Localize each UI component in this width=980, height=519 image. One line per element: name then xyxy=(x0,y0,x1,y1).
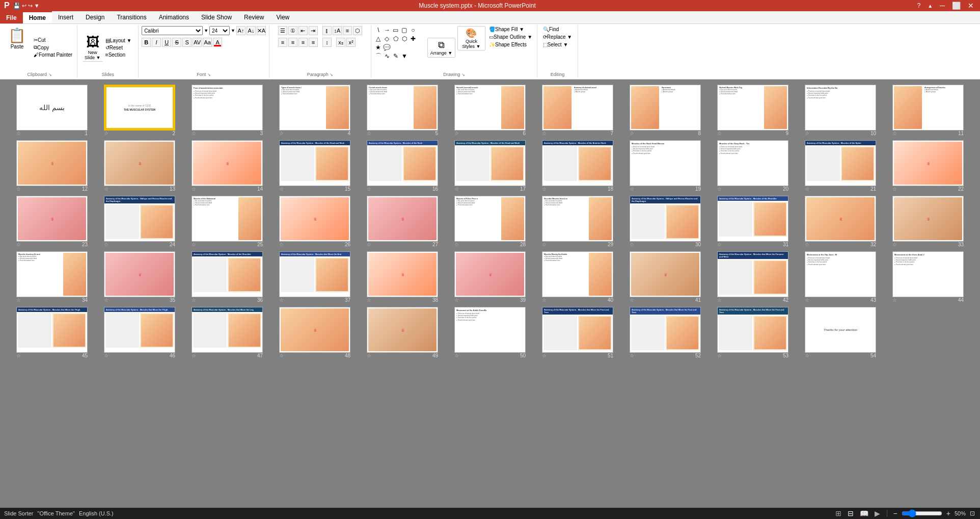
slide-thumb-4[interactable]: Types of muscle tissue / ● Key point abo… xyxy=(279,85,350,131)
center-button[interactable]: ≡ xyxy=(288,38,297,47)
shape-plus[interactable]: ✚ xyxy=(409,35,417,43)
slide-item-35[interactable]: 🫀 ☆ 35 xyxy=(98,251,181,303)
slide-star-52[interactable]: ☆ xyxy=(630,353,634,358)
slide-item-2[interactable]: In the name of GOD THE MUSCULAR SYSTEM ☆… xyxy=(98,85,181,136)
slide-star-20[interactable]: ☆ xyxy=(717,186,722,192)
help-button[interactable]: ? xyxy=(915,2,922,10)
slide-thumb-35[interactable]: 🫀 xyxy=(104,251,175,297)
tab-file[interactable]: File xyxy=(0,11,23,23)
slide-star-53[interactable]: ☆ xyxy=(717,353,722,358)
slide-item-47[interactable]: Anatomy of the Muscular System - Muscles… xyxy=(185,307,269,358)
font-name-select[interactable]: Calibri xyxy=(142,26,203,35)
shape-callout[interactable]: 💬 xyxy=(383,43,391,51)
justify-button[interactable]: ≡ xyxy=(309,38,318,47)
slide-star-51[interactable]: ☆ xyxy=(542,353,547,358)
slide-item-37[interactable]: Anatomy of the Muscular System - Muscles… xyxy=(273,251,357,303)
slide-star-22[interactable]: ☆ xyxy=(892,186,897,192)
slide-item-21[interactable]: Anatomy of the Muscular System - Muscles… xyxy=(799,140,882,192)
slide-thumb-3[interactable]: Four characteristics associate ● Point o… xyxy=(192,85,263,131)
redo-button[interactable]: ↪ xyxy=(28,3,33,9)
arrange-button[interactable]: ⧉ Arrange ▼ xyxy=(427,38,455,58)
shape-effects-button[interactable]: ✨ Shape Effects xyxy=(487,41,534,48)
slide-star-28[interactable]: ☆ xyxy=(454,242,459,247)
shape-star[interactable]: ★ xyxy=(374,43,383,51)
slide-star-5[interactable]: ☆ xyxy=(367,131,371,136)
slide-star-14[interactable]: ☆ xyxy=(192,186,196,192)
reading-view-button[interactable]: 📖 xyxy=(858,509,870,517)
slide-item-19[interactable]: Muscles of the Neck Head Movem ● Point o… xyxy=(623,140,707,192)
slide-thumb-31[interactable]: Anatomy of the Muscular System - Muscles… xyxy=(717,196,788,242)
font-increase-button[interactable]: A↑ xyxy=(236,26,246,35)
decrease-indent-button[interactable]: ⇤ xyxy=(298,26,308,35)
slide-star-24[interactable]: ☆ xyxy=(104,242,108,247)
slide-thumb-20[interactable]: Muscles of the Deep Back - Tru ● Point o… xyxy=(717,140,788,186)
slide-thumb-10[interactable]: Information Revealed By the Na ● Point o… xyxy=(805,85,876,131)
align-text-button[interactable]: ≡ xyxy=(343,26,352,35)
slide-thumb-2[interactable]: In the name of GOD THE MUSCULAR SYSTEM xyxy=(104,85,175,131)
slide-thumb-18[interactable]: Anatomy of the Muscular System - Muscles… xyxy=(542,140,613,186)
tab-insert[interactable]: Insert xyxy=(52,11,79,23)
slide-thumb-46[interactable]: Anatomy of the Muscular System - Muscles… xyxy=(104,307,175,353)
slide-thumb-26[interactable]: 🫀 xyxy=(279,196,350,242)
text-direction-button[interactable]: ↕A xyxy=(333,26,342,35)
shape-arc[interactable]: ⌒ xyxy=(374,52,383,60)
slide-star-7[interactable]: ☆ xyxy=(542,131,547,136)
slide-star-35[interactable]: ☆ xyxy=(104,297,108,303)
slide-item-13[interactable]: 🫀 ☆ 13 xyxy=(98,140,181,192)
slide-thumb-11[interactable]: Arrangement of Fasicles ● Anatomical det… xyxy=(892,85,964,131)
slide-item-48[interactable]: 🫀 ☆ 48 xyxy=(273,307,357,358)
slide-item-53[interactable]: Anatomy of the Muscular System - Muscles… xyxy=(711,307,795,358)
slide-star-37[interactable]: ☆ xyxy=(279,297,284,303)
tab-transitions[interactable]: Transitions xyxy=(111,11,152,23)
slide-thumb-33[interactable]: 🫀 xyxy=(892,196,964,242)
slide-star-45[interactable]: ☆ xyxy=(16,353,21,358)
slide-star-34[interactable]: ☆ xyxy=(16,297,21,303)
slide-item-10[interactable]: Information Revealed By the Na ● Point o… xyxy=(799,85,882,136)
shape-fill-button[interactable]: 🪣 Shape Fill ▼ xyxy=(487,26,534,33)
slide-item-38[interactable]: 🫀 ☆ 38 xyxy=(361,251,444,303)
slide-thumb-16[interactable]: Anatomy of the Muscular System - Muscles… xyxy=(367,140,438,186)
slide-star-23[interactable]: ☆ xyxy=(16,242,21,247)
slide-thumb-17[interactable]: Anatomy of the Muscular System - Muscles… xyxy=(454,140,526,186)
shape-triangle[interactable]: △ xyxy=(374,35,383,43)
slide-thumb-15[interactable]: Anatomy of the Muscular System - Muscles… xyxy=(279,140,350,186)
slide-thumb-39[interactable]: 🫀 xyxy=(454,251,526,297)
slide-thumb-36[interactable]: Anatomy of the Muscular System - Muscles… xyxy=(192,251,263,297)
slide-thumb-37[interactable]: Anatomy of the Muscular System - Muscles… xyxy=(279,251,350,297)
superscript-button[interactable]: x² xyxy=(346,38,356,47)
normal-view-button[interactable]: ⊞ xyxy=(834,509,843,517)
slide-star-17[interactable]: ☆ xyxy=(454,186,459,192)
slide-star-36[interactable]: ☆ xyxy=(192,297,196,303)
slide-thumb-34[interactable]: Muscles Inserting On and ● Key point abo… xyxy=(16,251,88,297)
slide-star-10[interactable]: ☆ xyxy=(805,131,809,136)
slide-item-6[interactable]: Smooth (visceral) muscle ● Key point abo… xyxy=(448,85,532,136)
slide-star-25[interactable]: ☆ xyxy=(192,242,196,247)
slide-item-31[interactable]: Anatomy of the Muscular System - Muscles… xyxy=(711,196,795,247)
slide-thumb-40[interactable]: Muscles Moving the Antebr ● Key point ab… xyxy=(542,251,613,297)
shadow-button[interactable]: S xyxy=(182,38,192,47)
slide-item-12[interactable]: 🫀 ☆ 12 xyxy=(10,140,94,192)
strikethrough-button[interactable]: S xyxy=(172,38,181,47)
zoom-slider[interactable] xyxy=(902,509,942,517)
slide-item-49[interactable]: 🫀 ☆ 49 xyxy=(361,307,444,358)
slide-star-49[interactable]: ☆ xyxy=(367,353,371,358)
select-button[interactable]: ⬚ Select ▼ xyxy=(541,41,569,48)
slide-thumb-14[interactable]: 🫀 xyxy=(192,140,263,186)
minimize-button[interactable]: ─ xyxy=(938,2,947,10)
format-painter-button[interactable]: 🖌 Format Painter xyxy=(32,51,74,58)
slide-star-1[interactable]: ☆ xyxy=(16,131,21,136)
slide-thumb-25[interactable]: Muscles of the Abdominal ● Key point abo… xyxy=(192,196,263,242)
slide-item-3[interactable]: Four characteristics associate ● Point o… xyxy=(185,85,269,136)
slide-thumb-1[interactable]: بسم الله xyxy=(16,85,88,131)
convert-smartart-button[interactable]: ⬡ xyxy=(353,26,362,35)
shape-diamond[interactable]: ◇ xyxy=(383,35,391,43)
copy-button[interactable]: ⧉ Copy xyxy=(32,44,74,51)
slide-thumb-43[interactable]: Movements at the Hip Joint - M ● Point o… xyxy=(805,251,876,297)
slide-star-42[interactable]: ☆ xyxy=(717,297,722,303)
tab-home[interactable]: Home xyxy=(23,11,52,23)
slide-star-46[interactable]: ☆ xyxy=(104,353,108,358)
slide-item-34[interactable]: Muscles Inserting On and ● Key point abo… xyxy=(10,251,94,303)
slide-thumb-23[interactable]: 🫀 xyxy=(16,196,88,242)
spacing-button[interactable]: AV xyxy=(193,38,202,47)
increase-indent-button[interactable]: ⇥ xyxy=(309,26,318,35)
